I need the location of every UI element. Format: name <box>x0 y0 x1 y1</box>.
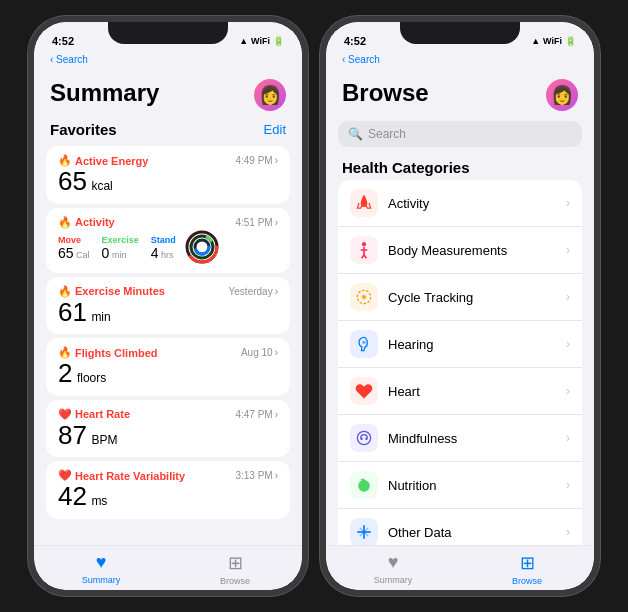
exercise-time: Yesterday › <box>229 286 278 297</box>
mindfulness-chevron: › <box>566 431 570 445</box>
flights-time: Aug 10 › <box>241 347 278 358</box>
summary-phone: 4:52 ▲ WiFi 🔋 ‹ Search Summary 👩 <box>28 16 308 596</box>
category-nutrition[interactable]: Nutrition › <box>338 462 582 509</box>
status-icons-right: ▲ WiFi 🔋 <box>531 36 576 46</box>
notch-right <box>400 22 520 44</box>
summary-title: Summary <box>50 79 159 107</box>
category-mindfulness[interactable]: Mindfulness › <box>338 415 582 462</box>
notch <box>108 22 228 44</box>
exercise-minutes-card[interactable]: 🔥 Exercise Minutes Yesterday › 61 min <box>46 277 290 335</box>
time-left: 4:52 <box>52 35 74 47</box>
svg-point-6 <box>362 242 366 246</box>
svg-rect-19 <box>364 478 365 481</box>
category-heart[interactable]: Heart › <box>338 368 582 415</box>
svg-point-13 <box>363 296 366 299</box>
browse-title: Browse <box>342 79 429 107</box>
avatar-right[interactable]: 👩 <box>546 79 578 111</box>
search-placeholder: Search <box>368 127 406 141</box>
favorites-label: Favorites <box>50 121 117 138</box>
svg-point-14 <box>362 341 365 344</box>
flights-title: 🔥 Flights Climbed <box>58 346 158 359</box>
edit-button[interactable]: Edit <box>264 122 286 137</box>
category-other-data[interactable]: Other Data › <box>338 509 582 545</box>
nutrition-chevron: › <box>566 478 570 492</box>
heart-rate-time: 4:47 PM › <box>235 409 278 420</box>
summary-header: Summary 👩 <box>34 71 302 117</box>
nav-search-left[interactable]: ‹ Search <box>34 50 302 71</box>
category-body-measurements[interactable]: Body Measurements › <box>338 227 582 274</box>
active-energy-time: 4:49 PM › <box>235 155 278 166</box>
hearing-icon <box>350 330 378 358</box>
nav-search-right[interactable]: ‹ Search <box>326 50 594 71</box>
other-data-name: Other Data <box>388 525 556 540</box>
body-measurements-name: Body Measurements <box>388 243 556 258</box>
status-icons-left: ▲ WiFi 🔋 <box>239 36 284 46</box>
other-data-chevron: › <box>566 525 570 539</box>
tab-bar-right: ♥ Summary ⊞ Browse <box>326 545 594 590</box>
svg-point-17 <box>365 438 368 441</box>
browse-tab-icon-right: ⊞ <box>520 552 535 574</box>
category-hearing[interactable]: Hearing › <box>338 321 582 368</box>
search-bar[interactable]: 🔍 Search <box>338 121 582 147</box>
svg-point-18 <box>358 480 370 492</box>
activity-title: 🔥 Activity <box>58 216 115 229</box>
activity-stats-row: Move 65 Cal Exercise 0 min <box>58 229 278 265</box>
hrv-time: 3:13 PM › <box>235 470 278 481</box>
browse-header: Browse 👩 <box>326 71 594 117</box>
avatar[interactable]: 👩 <box>254 79 286 111</box>
mindfulness-icon <box>350 424 378 452</box>
svg-line-10 <box>364 255 367 258</box>
activity-ring-icon <box>184 229 220 265</box>
svg-point-16 <box>360 438 363 441</box>
other-data-icon <box>350 518 378 545</box>
cycle-tracking-chevron: › <box>566 290 570 304</box>
browse-phone: 4:52 ▲ WiFi 🔋 ‹ Search Browse 👩 <box>320 16 600 596</box>
tab-browse-right[interactable]: ⊞ Browse <box>460 552 594 586</box>
time-right: 4:52 <box>344 35 366 47</box>
health-categories-title: Health Categories <box>326 153 594 180</box>
flights-climbed-card[interactable]: 🔥 Flights Climbed Aug 10 › 2 floors <box>46 338 290 396</box>
search-icon: 🔍 <box>348 127 363 141</box>
active-energy-card[interactable]: 🔥 Active Energy 4:49 PM › 65 kcal <box>46 146 290 204</box>
activity-name: Activity <box>388 196 556 211</box>
cycle-tracking-icon <box>350 283 378 311</box>
hrv-card[interactable]: ❤️ Heart Rate Variability 3:13 PM › 42 m… <box>46 461 290 519</box>
category-cycle-tracking[interactable]: Cycle Tracking › <box>338 274 582 321</box>
activity-time: 4:51 PM › <box>235 217 278 228</box>
mindfulness-name: Mindfulness <box>388 431 556 446</box>
activity-icon <box>350 189 378 217</box>
hearing-name: Hearing <box>388 337 556 352</box>
summary-tab-icon: ♥ <box>96 552 107 573</box>
svg-point-15 <box>357 431 370 444</box>
hearing-chevron: › <box>566 337 570 351</box>
cycle-tracking-name: Cycle Tracking <box>388 290 556 305</box>
activity-chevron: › <box>566 196 570 210</box>
nutrition-icon <box>350 471 378 499</box>
category-list: Activity › <box>338 180 582 545</box>
tab-summary-right[interactable]: ♥ Summary <box>326 552 460 586</box>
category-activity[interactable]: Activity › <box>338 180 582 227</box>
heart-rate-card[interactable]: ❤️ Heart Rate 4:47 PM › 87 BPM <box>46 400 290 458</box>
nutrition-name: Nutrition <box>388 478 556 493</box>
heart-icon <box>350 377 378 405</box>
heart-name: Heart <box>388 384 556 399</box>
activity-card[interactable]: 🔥 Activity 4:51 PM › Move <box>46 208 290 273</box>
tab-summary-left[interactable]: ♥ Summary <box>34 552 168 586</box>
browse-tab-icon-left: ⊞ <box>228 552 243 574</box>
active-energy-value: 65 kcal <box>58 167 278 196</box>
summary-tab-icon-right: ♥ <box>388 552 399 573</box>
tab-bar-left: ♥ Summary ⊞ Browse <box>34 545 302 590</box>
heart-chevron: › <box>566 384 570 398</box>
section-header: Favorites Edit <box>34 117 302 142</box>
tab-browse-left[interactable]: ⊞ Browse <box>168 552 302 586</box>
body-measurements-icon <box>350 236 378 264</box>
body-measurements-chevron: › <box>566 243 570 257</box>
